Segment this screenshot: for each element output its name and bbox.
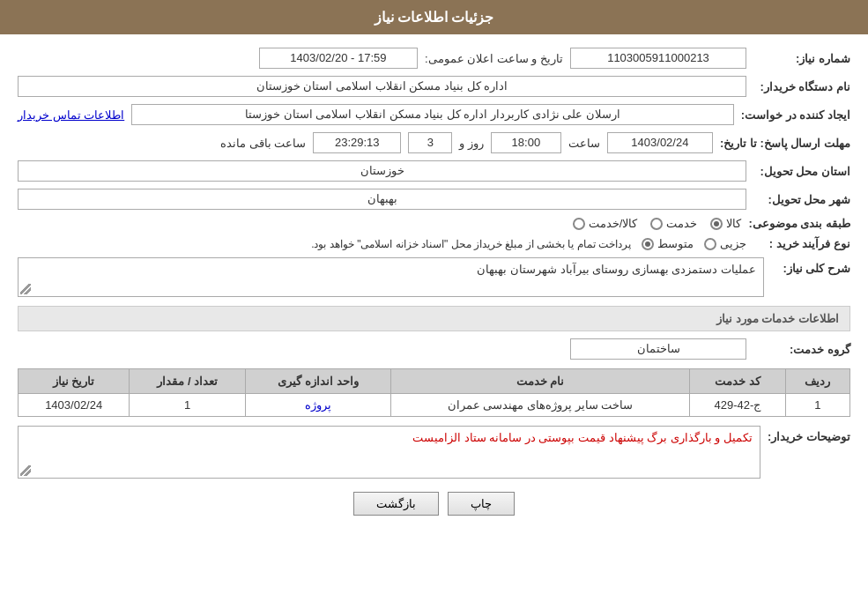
narration-box: عملیات دستمزدی بهسازی روستای بیرآباد شهر… [18, 257, 764, 297]
creator-value: ارسلان علی نژادی کاربردار اداره کل بنیاد… [131, 104, 734, 125]
buyer-name-value: اداره کل بنیاد مسکن انقلاب اسلامی استان … [18, 76, 746, 97]
page-header: جزئیات اطلاعات نیاز [0, 0, 868, 34]
buyer-notes-row: توضیحات خریدار: تکمیل و بارگذاری برگ پیش… [18, 426, 850, 479]
cell-count-0: 1 [130, 394, 246, 417]
radio-jozii[interactable]: جزیی [704, 237, 746, 250]
need-number-row: شماره نیاز: 1103005911000213 تاریخ و ساع… [18, 48, 850, 69]
response-time: 18:00 [491, 132, 561, 153]
col-header-row: ردیف [785, 369, 849, 394]
city-value: بهبهان [18, 189, 746, 210]
response-remaining: 23:29:13 [313, 132, 401, 153]
narration-label: شرح کلی نیاز: [771, 257, 850, 275]
need-number-label: شماره نیاز: [753, 52, 850, 65]
service-group-value: ساختمان [570, 338, 746, 360]
buyer-name-row: نام دستگاه خریدار: اداره کل بنیاد مسکن ا… [18, 76, 850, 97]
radio-khedmat-label: خدمت [666, 217, 697, 230]
services-table: ردیف کد خدمت نام خدمت واحد اندازه گیری ت… [18, 368, 850, 417]
response-date: 1403/02/24 [607, 132, 713, 153]
creator-row: ایجاد کننده در خواست: ارسلان علی نژادی ک… [18, 104, 850, 125]
cell-date-0: 1403/02/24 [19, 394, 130, 417]
radio-motavasset-circle [642, 238, 654, 250]
province-label: استان محل تحویل: [753, 165, 850, 178]
radio-kala-khedmat[interactable]: کالا/خدمت [573, 217, 638, 230]
radio-kala-label: کالا [726, 217, 741, 230]
process-label: نوع فرآیند خرید : [753, 237, 850, 250]
buyer-notes-box: تکمیل و بارگذاری برگ پیشنهاد قیمت بپوستی… [18, 426, 760, 479]
table-header-row: ردیف کد خدمت نام خدمت واحد اندازه گیری ت… [19, 369, 850, 394]
resize-handle [20, 284, 31, 294]
button-group: چاپ بازگشت [18, 492, 850, 516]
classification-row: طبقه بندی موضوعی: کالا خدمت کالا/خدمت [18, 217, 850, 230]
city-row: شهر محل تحویل: بهبهان [18, 189, 850, 210]
date-label: تاریخ و ساعت اعلان عمومی: [425, 52, 563, 65]
narration-row: شرح کلی نیاز: عملیات دستمزدی بهسازی روست… [18, 257, 850, 297]
col-header-count: تعداد / مقدار [130, 369, 246, 394]
cell-code-0: ج-42-429 [690, 394, 785, 417]
contact-link[interactable]: اطلاعات تماس خریدار [18, 108, 124, 122]
creator-label: ایجاد کننده در خواست: [741, 108, 850, 122]
col-header-code: کد خدمت [690, 369, 785, 394]
radio-motavasset[interactable]: متوسط [642, 237, 694, 250]
back-button[interactable]: بازگشت [353, 492, 439, 516]
response-days-label: روز و [459, 137, 484, 150]
province-value: خوزستان [18, 160, 746, 182]
date-value: 1403/02/20 - 17:59 [259, 48, 418, 69]
print-button[interactable]: چاپ [448, 492, 515, 516]
classification-radio-group: کالا خدمت کالا/خدمت [18, 217, 741, 230]
radio-kala-circle [710, 218, 723, 230]
process-row: نوع فرآیند خرید : جزیی متوسط پرداخت تمام… [18, 237, 850, 250]
radio-motavasset-label: متوسط [657, 237, 694, 250]
process-option-row1: جزیی متوسط پرداخت تمام یا بخشی از مبلغ خ… [18, 237, 746, 250]
radio-jozii-label: جزیی [720, 237, 746, 250]
buyer-notes-value: تکمیل و بارگذاری برگ پیشنهاد قیمت بپوستی… [412, 431, 753, 444]
response-days: 3 [408, 132, 452, 153]
process-description: پرداخت تمام یا بخشی از مبلغ خریداز محل "… [311, 238, 631, 250]
col-header-date: تاریخ نیاز [19, 369, 130, 394]
cell-unit-0: پروژه [246, 394, 391, 417]
page-wrapper: جزئیات اطلاعات نیاز شماره نیاز: 11030059… [0, 0, 868, 609]
need-number-value: 1103005911000213 [570, 48, 746, 69]
service-group-label: گروه خدمت: [753, 343, 850, 356]
buyer-name-label: نام دستگاه خریدار: [753, 80, 850, 93]
province-row: استان محل تحویل: خوزستان [18, 160, 850, 182]
radio-khedmat-circle [650, 218, 663, 230]
content-area: شماره نیاز: 1103005911000213 تاریخ و ساع… [0, 34, 868, 542]
process-options-area: جزیی متوسط پرداخت تمام یا بخشی از مبلغ خ… [18, 237, 746, 250]
response-remaining-label: ساعت باقی مانده [220, 137, 306, 150]
services-section-title: اطلاعات خدمات مورد نیاز [18, 306, 850, 331]
radio-jozii-circle [704, 238, 716, 250]
city-label: شهر محل تحویل: [753, 193, 850, 206]
buyer-notes-label: توضیحات خریدار: [768, 426, 850, 443]
service-group-row: گروه خدمت: ساختمان [18, 338, 850, 360]
table-row: 1 ج-42-429 ساخت سایر پروژه‌های مهندسی عم… [19, 394, 850, 417]
buyer-notes-resize-handle [20, 465, 31, 476]
response-time-label: ساعت [568, 137, 600, 150]
col-header-name: نام خدمت [390, 369, 690, 394]
narration-value: عملیات دستمزدی بهسازی روستای بیرآباد شهر… [477, 263, 756, 276]
cell-row-0: 1 [785, 394, 849, 417]
classification-label: طبقه بندی موضوعی: [748, 217, 850, 230]
response-deadline-label: مهلت ارسال پاسخ: تا تاریخ: [720, 137, 850, 150]
col-header-unit: واحد اندازه گیری [246, 369, 391, 394]
cell-name-0: ساخت سایر پروژه‌های مهندسی عمران [390, 394, 690, 417]
radio-khedmat[interactable]: خدمت [650, 217, 697, 230]
page-title: جزئیات اطلاعات نیاز [375, 10, 494, 25]
radio-kala-khedmat-label: کالا/خدمت [589, 217, 638, 230]
radio-kala[interactable]: کالا [710, 217, 741, 230]
response-deadline-row: مهلت ارسال پاسخ: تا تاریخ: 1403/02/24 سا… [18, 132, 850, 153]
radio-kala-khedmat-circle [573, 218, 585, 230]
